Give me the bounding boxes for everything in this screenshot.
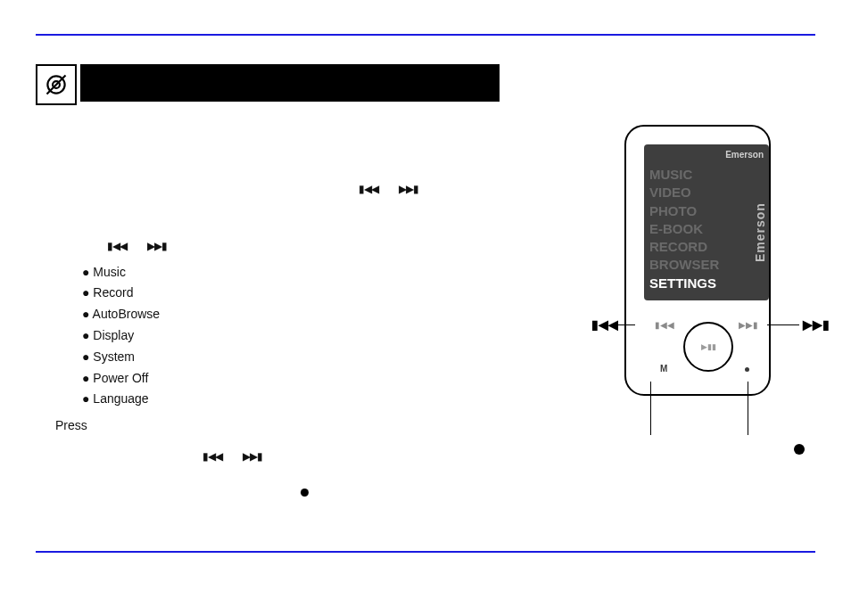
next-icon: ▶▶▮ [399,180,418,198]
bottom-rule [36,551,815,553]
body-text: ▮◀◀ ▶▶▮ ▮◀◀ ▶▶▮ Music Record AutoBrowse … [55,178,555,503]
device-screen: Emerson MUSIC VIDEO PHOTO E-BOOK RECORD … [644,144,769,300]
list-item: Music [82,262,555,283]
section-title-bar [36,64,500,102]
device-menu-item: PHOTO [649,202,748,220]
device-menu-item: E-BOOK [649,220,748,238]
device-prev-icon: ▮◀◀ [655,320,674,330]
device-controls: ▮◀◀ ▶▶▮ ▶▮▮ M [644,309,769,381]
prev-icon: ▮◀◀ [107,237,127,255]
device-illustration: Emerson MUSIC VIDEO PHOTO E-BOOK RECORD … [616,125,776,392]
device-record-button [745,367,749,372]
callout-next-icon: ▶▶▮ [803,317,830,332]
list-item: Power Off [82,368,555,390]
callout-line [748,382,748,435]
list-item: Record [82,283,555,304]
prev-icon: ▮◀◀ [202,448,222,465]
callout-line [650,382,651,435]
list-item: AutoBrowse [82,304,555,325]
press-label: Press [55,415,555,437]
next-icon: ▶▶▮ [243,448,262,465]
top-rule [36,34,815,36]
prev-icon: ▮◀◀ [359,180,378,198]
list-item: System [82,347,555,368]
device-brand-top: Emerson [644,144,769,164]
device-m-button: M [660,364,667,374]
device-menu-item: MUSIC [649,166,748,184]
callout-record-dot [794,444,805,455]
settings-options-list: Music Record AutoBrowse Display System P… [82,262,555,411]
callout-line [614,324,635,325]
device-menu-item: BROWSER [649,256,748,274]
device-brand-side: Emerson [753,164,769,300]
next-icon: ▶▶▮ [147,237,167,255]
record-dot-icon [301,489,309,497]
device-menu-item: VIDEO [649,184,748,201]
settings-icon [36,64,77,105]
section-title-fill [80,64,500,102]
device-wheel: ▶▮▮ [683,322,733,372]
list-item: Language [82,389,555,410]
device-menu: MUSIC VIDEO PHOTO E-BOOK RECORD BROWSER … [644,164,753,300]
list-item: Display [82,325,555,347]
device-body: Emerson MUSIC VIDEO PHOTO E-BOOK RECORD … [624,125,771,396]
device-menu-item-selected: SETTINGS [649,275,748,292]
callout-line [767,324,799,325]
device-menu-item: RECORD [649,238,748,256]
device-next-icon: ▶▶▮ [739,320,758,330]
